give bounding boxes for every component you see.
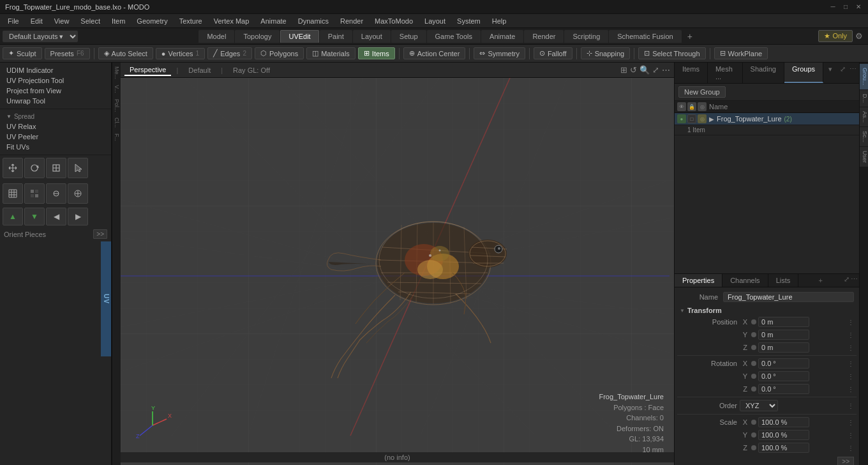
scale-y-more[interactable]: ⋮ [848, 432, 854, 439]
vp-fullscreen-icon[interactable]: ⤢ [652, 65, 659, 75]
rp-tab-expand[interactable]: ▾ [823, 63, 837, 83]
materials-button[interactable]: ◫ Materials [306, 47, 355, 59]
pp-expand-icon[interactable]: ⤢ [844, 275, 849, 286]
position-z-more[interactable]: ⋮ [848, 344, 854, 351]
scale-x-input[interactable] [758, 417, 809, 427]
rp-tab-mesh[interactable]: Mesh ... [708, 63, 743, 83]
pp-plus-button[interactable]: + [813, 274, 827, 287]
position-y-dot[interactable] [751, 332, 756, 337]
menu-item[interactable]: Item [107, 16, 130, 26]
side-tab-cl[interactable]: Cl... [113, 115, 121, 130]
uv-stitch-icon[interactable] [46, 183, 66, 204]
scale-z-input[interactable] [758, 443, 809, 453]
spread-section-header[interactable]: Spread [4, 112, 107, 121]
far-right-tab-grou[interactable]: Grou... [860, 64, 868, 90]
arrow-left-button[interactable]: ◀ [46, 208, 66, 225]
select-through-button[interactable]: ⊡ Select Through [638, 47, 705, 59]
tab-layout[interactable]: Layout [353, 30, 391, 43]
side-tab-pol[interactable]: Pol... [113, 96, 121, 115]
uv-projection-tool[interactable]: UV Projection Tool [4, 75, 107, 86]
select-icon[interactable] [68, 158, 88, 178]
uv-grid-icon[interactable] [3, 183, 23, 204]
position-x-more[interactable]: ⋮ [848, 319, 854, 326]
uv-relax-tool[interactable]: UV Relax [4, 121, 107, 132]
sculpt-button[interactable]: ✦ Sculpt [3, 47, 42, 59]
rp-tab-groups[interactable]: Groups [784, 63, 823, 83]
tab-setup[interactable]: Setup [391, 30, 426, 43]
transform-section[interactable]: Transform [677, 304, 857, 316]
snapping-button[interactable]: ⊹ Snapping [581, 47, 631, 59]
edges-button[interactable]: ╱ Edges 2 [207, 47, 252, 59]
uv-tab[interactable]: UV [101, 241, 111, 356]
rotate-icon[interactable] [24, 158, 45, 178]
menu-file[interactable]: File [3, 16, 24, 26]
vp-tab-default[interactable]: Default [183, 65, 216, 75]
menu-select[interactable]: Select [75, 16, 105, 26]
close-button[interactable]: ✕ [854, 3, 863, 11]
menu-render[interactable]: Render [335, 16, 368, 26]
tab-paint[interactable]: Paint [320, 30, 352, 43]
vp-search-icon[interactable]: 🔍 [640, 65, 650, 75]
items-button[interactable]: ⊞ Items [358, 47, 395, 59]
pp-tab-lists[interactable]: Lists [768, 274, 799, 287]
rp-tab-items[interactable]: Items [675, 63, 708, 83]
settings-button[interactable]: ⚙ [853, 30, 865, 42]
rotation-y-input[interactable] [758, 371, 809, 381]
far-right-tab-d[interactable]: D... [860, 90, 868, 107]
position-x-input[interactable] [758, 317, 809, 327]
rotation-x-more[interactable]: ⋮ [848, 360, 854, 367]
arrow-up-button[interactable]: ▲ [3, 208, 23, 225]
vp-layout-icon[interactable]: ⊞ [620, 65, 627, 75]
move-icon[interactable] [3, 158, 23, 178]
menu-dynamics[interactable]: Dynamics [293, 16, 334, 26]
uv-peeler-tool[interactable]: UV Peeler [4, 132, 107, 142]
group-expand-icon[interactable]: ▶ [709, 116, 714, 123]
far-right-tab-user[interactable]: User [860, 147, 868, 167]
mesh-icon[interactable]: □ [687, 114, 696, 123]
scale-z-more[interactable]: ⋮ [848, 445, 854, 452]
group-item-frog[interactable]: ● □ ◎ ▶ Frog_Topwater_Lure (2) [675, 113, 859, 125]
name-input[interactable] [723, 292, 854, 302]
pp-more-icon[interactable]: ⋯ [851, 275, 858, 286]
rotation-y-dot[interactable] [751, 374, 756, 379]
new-group-button[interactable]: New Group [678, 86, 726, 98]
group-sub-item[interactable]: 1 Item [675, 125, 859, 135]
scale-y-dot[interactable] [751, 432, 756, 438]
arrow-down-button[interactable]: ▼ [24, 208, 45, 225]
menu-view[interactable]: View [49, 16, 75, 26]
pp-tab-properties[interactable]: Properties [675, 274, 722, 287]
vp-tab-raygl[interactable]: Ray GL: Off [228, 65, 275, 75]
props-expand-button[interactable]: >> [837, 457, 854, 465]
viewport-canvas[interactable]: X Y Z Frog_Topwater_Lure Polygons : Face… [121, 78, 674, 465]
tab-schematic-fusion[interactable]: Schematic Fusion [609, 30, 681, 43]
layout-select[interactable]: Default Layouts ▾ [3, 31, 78, 42]
vis-icon[interactable]: ◎ [698, 114, 707, 123]
project-from-view-tool[interactable]: Project from View [4, 86, 107, 96]
vertices-button[interactable]: ● Vertices 1 [156, 48, 205, 59]
rotation-y-more[interactable]: ⋮ [848, 373, 854, 380]
rotation-z-dot[interactable] [751, 386, 756, 392]
position-z-dot[interactable] [751, 345, 756, 350]
action-center-button[interactable]: ⊕ Action Center [403, 47, 466, 59]
far-right-tab-sc[interactable]: Sc... [860, 127, 868, 147]
menu-animate[interactable]: Animate [255, 16, 291, 26]
position-x-dot[interactable] [751, 319, 756, 324]
tab-animate[interactable]: Animate [481, 30, 523, 43]
vp-more-icon[interactable]: ⋯ [662, 65, 670, 75]
rotation-x-dot[interactable] [751, 361, 756, 366]
tab-topology[interactable]: Topology [235, 30, 280, 43]
maximize-button[interactable]: □ [841, 3, 850, 11]
uv-move-icon[interactable] [68, 183, 88, 204]
menu-edit[interactable]: Edit [26, 16, 48, 26]
expand-button[interactable]: >> [93, 229, 107, 239]
pp-tab-channels[interactable]: Channels [722, 274, 768, 287]
add-tab-button[interactable]: + [682, 29, 698, 43]
side-tab-v[interactable]: V... [113, 82, 121, 96]
polygons-button[interactable]: ⬡ Polygons [255, 47, 304, 59]
order-dropdown[interactable]: XYZ XZY YXZ [740, 400, 778, 411]
uv-checker-icon[interactable] [24, 183, 45, 204]
presets-button[interactable]: Presets F6 [45, 48, 90, 59]
workplane-button[interactable]: ⊟ WorkPlane [714, 47, 768, 59]
tab-game-tools[interactable]: Game Tools [427, 30, 481, 43]
tab-render[interactable]: Render [524, 30, 564, 43]
